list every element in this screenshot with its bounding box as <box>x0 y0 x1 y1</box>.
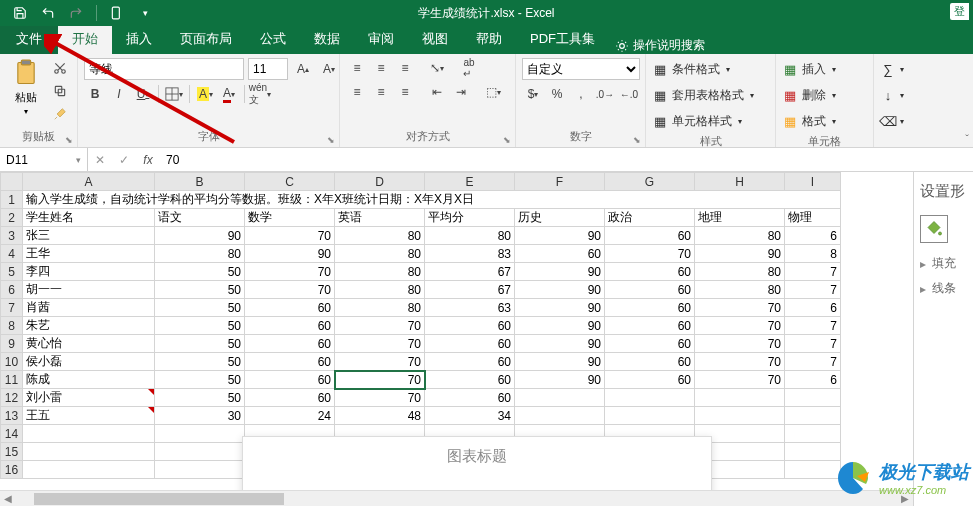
collapse-ribbon-icon[interactable]: ˇ <box>965 133 969 145</box>
row-header[interactable]: 5 <box>1 263 23 281</box>
cell[interactable]: 90 <box>515 371 605 389</box>
percent-icon[interactable]: % <box>546 84 568 104</box>
wrap-text-icon[interactable]: ab↵ <box>458 58 480 78</box>
redo-icon[interactable] <box>64 2 88 24</box>
cell[interactable]: 60 <box>245 371 335 389</box>
format-cells-button[interactable]: ▦格式▾ <box>782 110 836 132</box>
cell[interactable]: 学生姓名 <box>23 209 155 227</box>
col-header[interactable]: E <box>425 173 515 191</box>
cell[interactable]: 70 <box>335 353 425 371</box>
format-as-table-button[interactable]: ▦套用表格格式▾ <box>652 84 754 106</box>
horizontal-scrollbar[interactable]: ◀ ▶ <box>0 490 913 506</box>
cell[interactable] <box>23 425 155 443</box>
cell[interactable] <box>605 407 695 425</box>
cell[interactable] <box>605 389 695 407</box>
cell[interactable]: 60 <box>425 389 515 407</box>
cell[interactable]: 80 <box>335 245 425 263</box>
cell[interactable]: 70 <box>695 371 785 389</box>
cell[interactable]: 政治 <box>605 209 695 227</box>
cell[interactable]: 50 <box>155 371 245 389</box>
italic-icon[interactable]: I <box>108 84 130 104</box>
tell-me[interactable]: 操作说明搜索 <box>615 37 705 54</box>
cell[interactable]: 7 <box>785 335 841 353</box>
cell[interactable]: 侯小磊 <box>23 353 155 371</box>
cell[interactable]: 60 <box>245 389 335 407</box>
shrink-font-icon[interactable]: A▾ <box>318 59 340 79</box>
align-middle-icon[interactable]: ≡ <box>370 58 392 78</box>
align-bottom-icon[interactable]: ≡ <box>394 58 416 78</box>
cell[interactable]: 输入学生成绩，自动统计学科的平均分等数据。班级：X年X班统计日期：X年X月X日 <box>23 191 841 209</box>
cell[interactable]: 80 <box>425 227 515 245</box>
dialog-launcher-icon[interactable]: ⬊ <box>327 135 335 145</box>
fill-color-icon[interactable]: A▾ <box>194 84 216 104</box>
cell[interactable]: 60 <box>605 371 695 389</box>
cell[interactable]: 70 <box>695 353 785 371</box>
accounting-format-icon[interactable]: $▾ <box>522 84 544 104</box>
cell[interactable]: 50 <box>155 317 245 335</box>
row-header[interactable]: 15 <box>1 443 23 461</box>
cell[interactable] <box>23 461 155 479</box>
insert-cells-button[interactable]: ▦插入▾ <box>782 58 836 80</box>
cell[interactable]: 8 <box>785 245 841 263</box>
tab-file[interactable]: 文件 <box>0 24 58 54</box>
cut-icon[interactable] <box>49 58 71 78</box>
font-size-combo[interactable] <box>248 58 288 80</box>
increase-indent-icon[interactable]: ⇥ <box>450 82 472 102</box>
cell[interactable]: 70 <box>335 317 425 335</box>
cell[interactable]: 50 <box>155 389 245 407</box>
cell[interactable] <box>695 389 785 407</box>
cell[interactable]: 60 <box>425 317 515 335</box>
cell[interactable]: 7 <box>785 263 841 281</box>
cell[interactable] <box>155 425 245 443</box>
touch-mode-icon[interactable] <box>105 2 129 24</box>
cell[interactable]: 80 <box>335 263 425 281</box>
align-center-icon[interactable]: ≡ <box>370 82 392 102</box>
align-left-icon[interactable]: ≡ <box>346 82 368 102</box>
orientation-icon[interactable]: ⤡▾ <box>426 58 448 78</box>
spreadsheet-grid[interactable]: ABCDEFGHI1输入学生成绩，自动统计学科的平均分等数据。班级：X年X班统计… <box>0 172 841 479</box>
bold-icon[interactable]: B <box>84 84 106 104</box>
cell[interactable] <box>515 389 605 407</box>
cell[interactable]: 70 <box>695 335 785 353</box>
login-button[interactable]: 登 <box>950 3 969 20</box>
qat-dropdown-icon[interactable]: ▾ <box>133 2 157 24</box>
line-section[interactable]: ▸线条 <box>920 280 967 297</box>
decrease-decimal-icon[interactable]: ←.0 <box>618 84 640 104</box>
cell[interactable]: 数学 <box>245 209 335 227</box>
tab-data[interactable]: 数据 <box>300 24 354 54</box>
cell[interactable]: 70 <box>695 317 785 335</box>
cell-styles-button[interactable]: ▦单元格样式▾ <box>652 110 742 132</box>
cell[interactable]: 80 <box>335 299 425 317</box>
row-header[interactable]: 7 <box>1 299 23 317</box>
row-header[interactable]: 16 <box>1 461 23 479</box>
cell[interactable]: 70 <box>335 335 425 353</box>
cell[interactable]: 60 <box>605 317 695 335</box>
cell[interactable]: 60 <box>245 335 335 353</box>
cell[interactable]: 朱艺 <box>23 317 155 335</box>
cell[interactable]: 80 <box>695 227 785 245</box>
cell[interactable]: 60 <box>605 353 695 371</box>
copy-icon[interactable] <box>49 81 71 101</box>
cell[interactable]: 7 <box>785 317 841 335</box>
grow-font-icon[interactable]: A▴ <box>292 59 314 79</box>
cell[interactable]: 60 <box>245 353 335 371</box>
cell[interactable]: 王华 <box>23 245 155 263</box>
row-header[interactable]: 14 <box>1 425 23 443</box>
dialog-launcher-icon[interactable]: ⬊ <box>503 135 511 145</box>
tab-home[interactable]: 开始 <box>58 24 112 54</box>
cell[interactable]: 50 <box>155 263 245 281</box>
row-header[interactable]: 8 <box>1 317 23 335</box>
cell[interactable] <box>155 461 245 479</box>
cell[interactable]: 90 <box>695 245 785 263</box>
cell[interactable]: 60 <box>425 335 515 353</box>
cell[interactable]: 70 <box>695 299 785 317</box>
conditional-format-button[interactable]: ▦条件格式▾ <box>652 58 730 80</box>
decrease-indent-icon[interactable]: ⇤ <box>426 82 448 102</box>
cell[interactable]: 50 <box>155 353 245 371</box>
align-right-icon[interactable]: ≡ <box>394 82 416 102</box>
cell[interactable]: 90 <box>515 281 605 299</box>
tab-layout[interactable]: 页面布局 <box>166 24 246 54</box>
underline-icon[interactable]: U▾ <box>132 84 154 104</box>
cell[interactable] <box>515 407 605 425</box>
font-name-combo[interactable] <box>84 58 244 80</box>
